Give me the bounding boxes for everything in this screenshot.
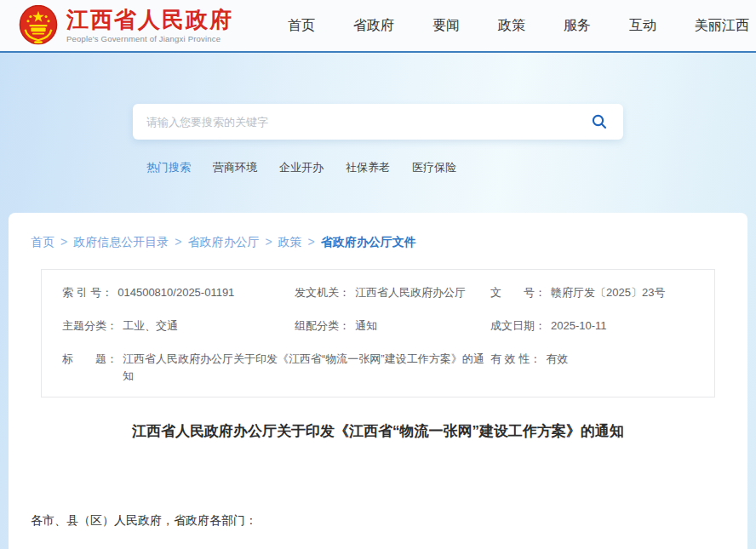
meta-title-value: 江西省人民政府办公厅关于印发《江西省“物流一张网”建设工作方案》的通知 <box>123 351 489 385</box>
meta-topic-category: 主题分类： 工业、交通 <box>62 317 295 335</box>
logo-text: 江西省人民政府 People's Government of Jiangxi P… <box>66 8 233 43</box>
breadcrumb-current: 省政府办公厅文件 <box>321 235 416 250</box>
national-emblem-icon <box>19 5 58 46</box>
hot-search-item-medical[interactable]: 医疗保险 <box>412 160 456 175</box>
meta-validity-label: 有 效 性： <box>490 351 541 368</box>
meta-doc-number-label: 文 号： <box>490 284 546 301</box>
nav-provincial-government[interactable]: 省政府 <box>353 17 394 35</box>
nav-news[interactable]: 要闻 <box>432 17 460 35</box>
content-card: 首页 > 政府信息公开目录 > 省政府办公厅 > 政策 > 省政府办公厅文件 索… <box>9 213 747 549</box>
breadcrumb-policy[interactable]: 政策 <box>278 235 302 250</box>
breadcrumb-separator: > <box>265 235 272 250</box>
main-nav: 首页 省政府 要闻 政策 服务 互动 美丽江西 <box>288 17 751 35</box>
hot-search-label: 热门搜索 <box>146 160 191 175</box>
meta-group-label: 组配分类： <box>295 317 350 335</box>
meta-validity: 有 效 性： 有效 <box>490 351 694 385</box>
document-body: 各市、县（区）人民政府，省政府各部门： 《江西省“物流一张网”建设工作方案》已经… <box>31 511 725 549</box>
meta-validity-value: 有效 <box>546 351 568 368</box>
meta-title: 标 题： 江西省人民政府办公厅关于印发《江西省“物流一张网”建设工作方案》的通知 <box>62 351 490 385</box>
meta-index-number: 索 引 号： 014500810/2025-01191 <box>62 284 295 301</box>
nav-beautiful-jiangxi[interactable]: 美丽江西 <box>695 17 749 35</box>
hot-search-item-business[interactable]: 营商环境 <box>213 160 257 175</box>
meta-topic-label: 主题分类： <box>62 317 117 335</box>
site-title: 江西省人民政府 <box>66 8 233 32</box>
meta-group-value: 通知 <box>355 317 377 335</box>
document-salutation: 各市、县（区）人民政府，省政府各部门： <box>31 511 725 529</box>
breadcrumb-separator: > <box>308 235 315 250</box>
breadcrumb-separator: > <box>175 235 181 250</box>
breadcrumb-general-office[interactable]: 省政府办公厅 <box>187 235 259 250</box>
site-logo[interactable]: 江西省人民政府 People's Government of Jiangxi P… <box>19 5 233 46</box>
meta-date-value: 2025-10-11 <box>551 317 607 335</box>
search-area <box>133 104 623 140</box>
meta-date-label: 成文日期： <box>490 317 546 335</box>
nav-interaction[interactable]: 互动 <box>629 17 656 35</box>
search-box <box>133 104 623 140</box>
site-header: 江西省人民政府 People's Government of Jiangxi P… <box>0 0 756 53</box>
meta-index-value: 014500810/2025-01191 <box>117 284 234 301</box>
hot-search-row: 热门搜索 营商环境 企业开办 社保养老 医疗保险 <box>146 160 456 175</box>
breadcrumb-info-directory[interactable]: 政府信息公开目录 <box>73 235 169 250</box>
meta-document-number: 文 号： 赣府厅发〔2025〕23号 <box>490 284 694 301</box>
nav-policy[interactable]: 政策 <box>498 17 525 35</box>
search-input[interactable] <box>146 116 589 129</box>
nav-services[interactable]: 服务 <box>564 17 591 35</box>
meta-index-label: 索 引 号： <box>62 284 112 301</box>
hot-search-item-enterprise[interactable]: 企业开办 <box>279 160 324 175</box>
hot-search-item-pension[interactable]: 社保养老 <box>346 160 390 175</box>
breadcrumb-separator: > <box>60 235 67 250</box>
meta-group-category: 组配分类： 通知 <box>295 317 490 335</box>
breadcrumb: 首页 > 政府信息公开目录 > 省政府办公厅 > 政策 > 省政府办公厅文件 <box>31 235 725 250</box>
document-title: 江西省人民政府办公厅关于印发《江西省“物流一张网”建设工作方案》的通知 <box>31 421 725 442</box>
meta-title-label: 标 题： <box>62 351 117 368</box>
site-title-en: People's Government of Jiangxi Province <box>66 34 233 43</box>
meta-topic-value: 工业、交通 <box>123 317 178 335</box>
breadcrumb-home[interactable]: 首页 <box>31 235 54 250</box>
meta-issuer-label: 发文机关： <box>295 284 350 301</box>
document-metadata-table: 索 引 号： 014500810/2025-01191 发文机关： 江西省人民政… <box>41 269 715 397</box>
meta-issue-date: 成文日期： 2025-10-11 <box>490 317 694 335</box>
search-button[interactable] <box>589 112 610 132</box>
meta-doc-number-value: 赣府厅发〔2025〕23号 <box>551 284 665 301</box>
nav-home[interactable]: 首页 <box>288 17 315 35</box>
meta-issuer-value: 江西省人民政府办公厅 <box>355 284 466 301</box>
search-icon <box>591 113 608 130</box>
meta-issuing-agency: 发文机关： 江西省人民政府办公厅 <box>295 284 490 301</box>
